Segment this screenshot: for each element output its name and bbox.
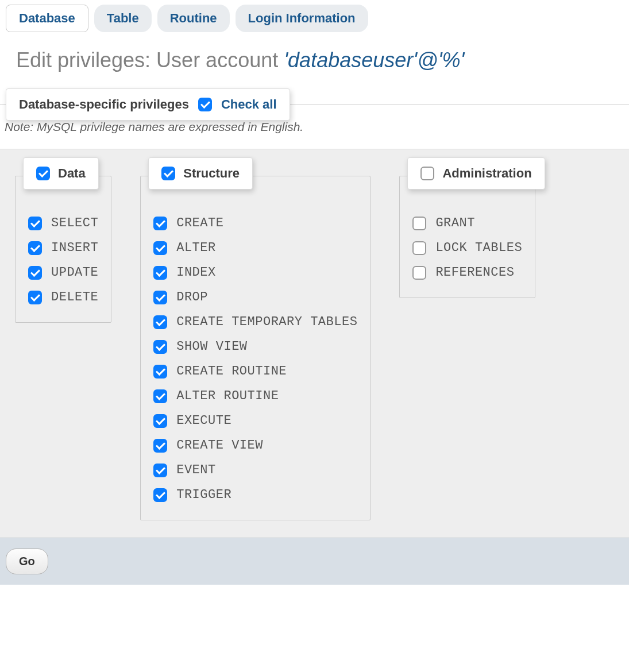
- account-identifier: 'databaseuser'@'%': [284, 48, 464, 72]
- page-title-prefix: Edit privileges: User account: [16, 48, 284, 72]
- group-checkbox-data[interactable]: [36, 167, 50, 180]
- group-header-structure: Structure: [148, 157, 253, 190]
- group-checkbox-administration[interactable]: [420, 167, 434, 180]
- privilege-item: CREATE TEMPORARY TABLES: [153, 310, 357, 334]
- privilege-checkbox-create-routine[interactable]: [153, 365, 167, 379]
- privilege-item: DELETE: [28, 285, 98, 310]
- privilege-label: EXECUTE: [176, 414, 231, 428]
- privilege-checkbox-lock-tables[interactable]: [412, 241, 426, 255]
- privilege-checkbox-references[interactable]: [412, 266, 426, 280]
- check-all-checkbox[interactable]: [198, 98, 212, 111]
- privilege-label: DROP: [176, 290, 208, 304]
- privilege-label: INDEX: [176, 265, 216, 280]
- privilege-label: TRIGGER: [176, 488, 231, 502]
- privilege-label: SELECT: [51, 216, 98, 230]
- group-structure: StructureCREATEALTERINDEXDROPCREATE TEMP…: [140, 176, 371, 520]
- privilege-checkbox-select[interactable]: [28, 217, 42, 230]
- privilege-label: INSERT: [51, 241, 98, 255]
- privilege-checkbox-grant[interactable]: [412, 217, 426, 230]
- privilege-groups: DataSELECTINSERTUPDATEDELETEStructureCRE…: [0, 149, 629, 538]
- group-administration: AdministrationGRANTLOCK TABLESREFERENCES: [399, 176, 535, 298]
- go-button[interactable]: Go: [6, 549, 48, 574]
- privilege-item: INDEX: [153, 260, 357, 285]
- privilege-label: GRANT: [435, 216, 475, 230]
- group-header-administration: Administration: [407, 157, 545, 190]
- privilege-label: ALTER: [176, 241, 216, 255]
- privilege-item: REFERENCES: [412, 260, 522, 285]
- privilege-item: LOCK TABLES: [412, 235, 522, 260]
- privilege-item: CREATE ROUTINE: [153, 359, 357, 384]
- group-label: Administration: [442, 166, 531, 181]
- privilege-label: ALTER ROUTINE: [176, 389, 279, 403]
- privilege-checkbox-execute[interactable]: [153, 414, 167, 428]
- privilege-label: LOCK TABLES: [435, 241, 522, 255]
- privilege-checkbox-create-temporary-tables[interactable]: [153, 315, 167, 329]
- privilege-checkbox-index[interactable]: [153, 266, 167, 280]
- group-label: Data: [58, 166, 86, 181]
- privilege-label: EVENT: [176, 463, 216, 477]
- group-checkbox-structure[interactable]: [161, 167, 175, 180]
- privileges-card: Database-specific privileges Check all: [6, 88, 290, 121]
- privilege-checkbox-create[interactable]: [153, 217, 167, 230]
- privilege-item: CREATE VIEW: [153, 433, 357, 458]
- tab-routine[interactable]: Routine: [157, 5, 230, 32]
- privilege-checkbox-event[interactable]: [153, 464, 167, 477]
- tab-database[interactable]: Database: [6, 5, 88, 32]
- privilege-item: UPDATE: [28, 260, 98, 285]
- privilege-checkbox-insert[interactable]: [28, 241, 42, 255]
- privilege-label: SHOW VIEW: [176, 339, 247, 354]
- privilege-label: CREATE VIEW: [176, 438, 263, 453]
- privilege-item: DROP: [153, 285, 357, 310]
- group-header-data: Data: [23, 157, 99, 190]
- privilege-item: CREATE: [153, 211, 357, 235]
- group-box: GRANTLOCK TABLESREFERENCES: [399, 176, 535, 298]
- privilege-item: EVENT: [153, 458, 357, 482]
- group-label: Structure: [183, 166, 240, 181]
- privilege-label: REFERENCES: [435, 265, 514, 280]
- tab-login-information[interactable]: Login Information: [236, 5, 368, 32]
- privilege-item: GRANT: [412, 211, 522, 235]
- privilege-label: CREATE TEMPORARY TABLES: [176, 315, 357, 329]
- tab-table[interactable]: Table: [94, 5, 152, 32]
- privilege-label: UPDATE: [51, 265, 98, 280]
- privilege-item: TRIGGER: [153, 482, 357, 507]
- page-title: Edit privileges: User account 'databaseu…: [0, 37, 629, 88]
- check-all-label: Check all: [221, 97, 277, 112]
- privilege-label: CREATE ROUTINE: [176, 364, 287, 379]
- privilege-item: INSERT: [28, 235, 98, 260]
- privilege-checkbox-show-view[interactable]: [153, 340, 167, 354]
- privilege-item: ALTER ROUTINE: [153, 384, 357, 408]
- privilege-checkbox-alter[interactable]: [153, 241, 167, 255]
- privilege-checkbox-create-view[interactable]: [153, 439, 167, 453]
- privilege-checkbox-alter-routine[interactable]: [153, 389, 167, 403]
- privilege-item: SELECT: [28, 211, 98, 235]
- privilege-checkbox-trigger[interactable]: [153, 488, 167, 502]
- privilege-label: DELETE: [51, 290, 98, 304]
- privilege-item: ALTER: [153, 235, 357, 260]
- group-data: DataSELECTINSERTUPDATEDELETE: [15, 176, 111, 323]
- group-box: CREATEALTERINDEXDROPCREATE TEMPORARY TAB…: [140, 176, 371, 520]
- privilege-item: EXECUTE: [153, 408, 357, 433]
- privilege-item: SHOW VIEW: [153, 334, 357, 359]
- privileges-card-title: Database-specific privileges: [19, 97, 189, 112]
- footer-bar: Go: [0, 538, 629, 585]
- privilege-label: CREATE: [176, 216, 223, 230]
- group-box: SELECTINSERTUPDATEDELETE: [15, 176, 111, 323]
- privilege-checkbox-drop[interactable]: [153, 291, 167, 304]
- tabs-bar: DatabaseTableRoutineLogin Information: [0, 0, 629, 37]
- privilege-checkbox-delete[interactable]: [28, 291, 42, 304]
- privilege-checkbox-update[interactable]: [28, 266, 42, 280]
